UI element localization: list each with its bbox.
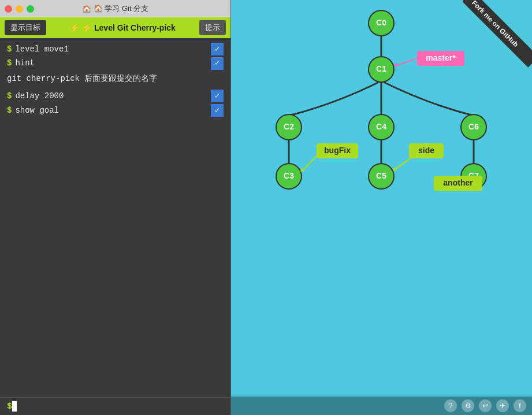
svg-line-20 (395, 58, 419, 66)
node-C0-label: C0 (376, 18, 386, 27)
maximize-button[interactable] (27, 5, 34, 13)
facebook-icon-btn[interactable]: f (514, 399, 526, 412)
show-goal-button[interactable]: 显示目标 (5, 20, 46, 35)
node-C3-label: C3 (284, 171, 294, 180)
level-title: ⚡ ⚡ Level Git Cherry-pick (70, 23, 176, 32)
fork-ribbon-text: Fork me on GitHub (463, 0, 532, 68)
title-text: 🏠 学习 Git 分支 (94, 3, 148, 14)
node-C2-label: C2 (284, 122, 294, 131)
level-bar: 显示目标 ⚡ ⚡ Level Git Cherry-pick 提示 (0, 17, 230, 38)
terminal-content: $ level move1 ✓ $ hint ✓ git cherry-pick… (0, 38, 230, 397)
terminal-line-2: $ hint ✓ (7, 57, 224, 69)
node-C6-label: C6 (468, 122, 479, 131)
lightning-icon: ⚡ (70, 23, 80, 32)
checkbox-4: ✓ (211, 104, 224, 117)
node-C5-label: C5 (376, 171, 386, 180)
hint-button[interactable]: 提示 (199, 20, 226, 35)
bottom-bar: ? ⚙ ↩ ✈ f (231, 397, 532, 415)
node-C1-label: C1 (376, 64, 386, 73)
checkbox-2: ✓ (211, 57, 224, 70)
cmd-1: level move1 (15, 43, 68, 55)
cmd-3: delay 2000 (15, 90, 64, 102)
prompt-4: $ (7, 104, 12, 117)
close-button[interactable] (5, 5, 12, 13)
undo-icon-btn[interactable]: ↩ (479, 399, 492, 412)
main-container: 🏠 🏠 学习 Git 分支 显示目标 ⚡ ⚡ Level Git Cherry-… (0, 0, 532, 415)
window-title: 🏠 🏠 学习 Git 分支 (82, 3, 148, 14)
window-titlebar: 🏠 🏠 学习 Git 分支 (0, 0, 230, 17)
node-C4-label: C4 (376, 122, 386, 131)
checkmark-4: ✓ (215, 104, 220, 117)
prompt-3: $ (7, 90, 12, 102)
prompt-2: $ (7, 57, 12, 69)
cursor (12, 401, 17, 412)
terminal-window: 🏠 🏠 学习 Git 分支 显示目标 ⚡ ⚡ Level Git Cherry-… (0, 0, 231, 415)
help-icon-btn[interactable]: ? (444, 399, 457, 412)
graph-panel: Fork me on GitHub (231, 0, 532, 415)
minimize-button[interactable] (16, 5, 23, 13)
checkbox-1: ✓ (211, 43, 224, 55)
hint-text: git cherry-pick 后面要跟提交的名字 (7, 72, 224, 85)
settings-icon-btn[interactable]: ⚙ (462, 399, 474, 412)
cmd-2: hint (15, 57, 35, 69)
side-branch-label: side (418, 146, 434, 155)
checkmark-1: ✓ (215, 43, 220, 55)
prompt-1: $ (7, 43, 12, 55)
checkmark-2: ✓ (215, 57, 220, 69)
fork-ribbon[interactable]: Fork me on GitHub (463, 0, 532, 69)
terminal-bottom-bar: $ (0, 397, 230, 415)
checkmark-3: ✓ (215, 90, 220, 102)
terminal-line-1: $ level move1 ✓ (7, 43, 224, 55)
level-title-text: ⚡ Level Git Cherry-pick (82, 23, 176, 32)
terminal-line-3: $ delay 2000 ✓ (7, 90, 224, 102)
bugfix-branch-label: bugFix (324, 146, 351, 155)
cmd-4: show goal (15, 104, 59, 117)
checkbox-3: ✓ (211, 90, 224, 102)
master-branch-label: master* (426, 53, 456, 62)
another-branch-label: another (443, 178, 473, 187)
terminal-prompt: $ (7, 402, 12, 412)
terminal-line-4: $ show goal ✓ (7, 104, 224, 117)
home-icon: 🏠 (82, 5, 91, 13)
share-icon-btn[interactable]: ✈ (496, 399, 509, 412)
